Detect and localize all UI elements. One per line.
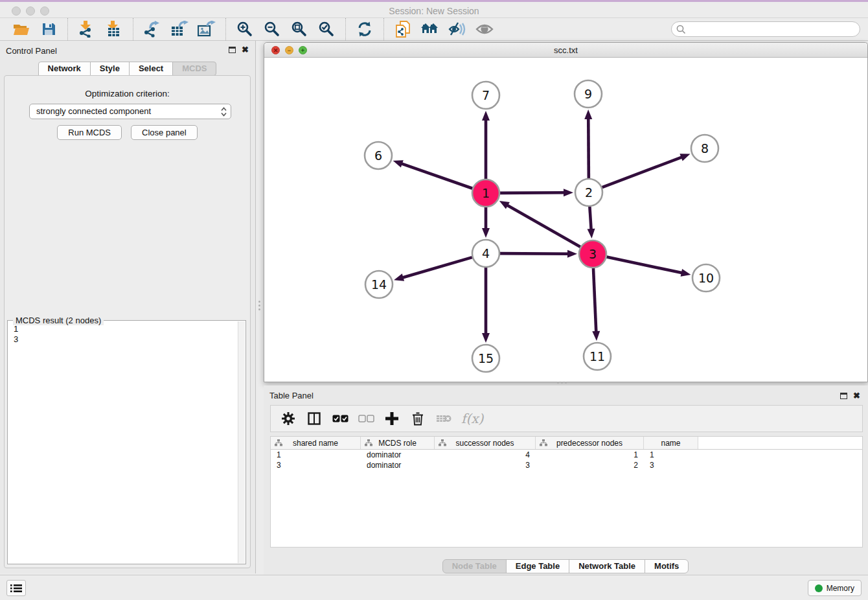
graph-node-2[interactable]: 2: [575, 179, 602, 206]
float-panel-icon[interactable]: [229, 47, 236, 53]
graph-node-11[interactable]: 11: [584, 343, 611, 370]
import-table-icon[interactable]: [104, 19, 124, 39]
column-chooser-icon[interactable]: [306, 410, 323, 427]
result-item[interactable]: 1: [14, 324, 237, 334]
table-row[interactable]: 1 dominator 4 1 1: [271, 450, 862, 460]
network-window-titlebar[interactable]: ✕ − + scc.txt: [264, 43, 867, 58]
hide-details-icon[interactable]: [448, 19, 467, 39]
float-panel-icon[interactable]: [840, 393, 847, 399]
network-window-title: scc.txt: [264, 45, 867, 55]
cell-mcds-role[interactable]: dominator: [361, 460, 435, 470]
svg-text:4: 4: [482, 246, 490, 260]
column-header-mcds-role[interactable]: MCDS role: [361, 437, 435, 449]
select-all-checkboxes-icon[interactable]: [332, 410, 348, 427]
close-panel-icon[interactable]: ✖: [242, 45, 249, 55]
graph-edge[interactable]: [482, 207, 490, 238]
function-builder-icon[interactable]: f(x): [461, 410, 483, 427]
zoom-fit-icon[interactable]: [290, 19, 309, 39]
network-canvas[interactable]: 7968123414101511: [264, 58, 867, 382]
graph-node-3[interactable]: 3: [579, 240, 606, 268]
tab-edge-table[interactable]: Edge Table: [506, 559, 569, 573]
search-input[interactable]: [671, 21, 860, 37]
column-header-predecessor-nodes[interactable]: predecessor nodes: [536, 437, 644, 449]
table-row[interactable]: 3 dominator 3 2 3: [271, 460, 862, 470]
task-history-button[interactable]: [6, 580, 26, 596]
tree-icon: [439, 439, 446, 446]
tab-style[interactable]: Style: [90, 62, 130, 76]
graph-node-1[interactable]: 1: [472, 179, 499, 207]
graph-edge[interactable]: [482, 111, 490, 179]
export-image-icon[interactable]: [197, 19, 216, 39]
graph-node-15[interactable]: 15: [472, 345, 499, 372]
vertical-splitter-handle[interactable]: [258, 299, 261, 311]
graph-edge[interactable]: [393, 160, 473, 189]
cell-successor-nodes[interactable]: 4: [435, 450, 536, 460]
memory-label: Memory: [827, 584, 854, 593]
graph-node-6[interactable]: 6: [365, 142, 392, 169]
export-table-icon[interactable]: [170, 19, 189, 39]
cell-shared-name[interactable]: 1: [271, 450, 361, 460]
tab-network[interactable]: Network: [38, 62, 91, 76]
open-session-icon[interactable]: [12, 19, 31, 39]
tab-mcds[interactable]: MCDS: [172, 62, 216, 76]
graph-edge[interactable]: [602, 154, 691, 187]
zoom-in-icon[interactable]: [235, 19, 255, 39]
home-icon[interactable]: [420, 19, 440, 39]
column-header-shared-name[interactable]: shared name: [271, 437, 361, 449]
node-table[interactable]: shared name MCDS role successor nodes pr…: [270, 436, 863, 548]
cell-name[interactable]: 3: [644, 460, 698, 470]
graph-edge[interactable]: [394, 257, 472, 281]
result-item[interactable]: 3: [14, 334, 237, 345]
tab-motifs[interactable]: Motifs: [645, 559, 689, 573]
graph-node-14[interactable]: 14: [365, 271, 393, 298]
graph-node-9[interactable]: 9: [575, 80, 602, 108]
close-panel-button[interactable]: Close panel: [131, 125, 198, 140]
delete-table-icon[interactable]: [435, 410, 452, 427]
zoom-selected-icon[interactable]: [317, 19, 336, 39]
tab-select[interactable]: Select: [129, 62, 173, 76]
criterion-select[interactable]: strongly connected component: [29, 104, 231, 119]
graph-edge[interactable]: [607, 257, 691, 277]
refresh-icon[interactable]: [355, 19, 374, 39]
graph-edge[interactable]: [588, 207, 595, 238]
close-panel-icon[interactable]: ✖: [853, 391, 860, 401]
zoom-out-icon[interactable]: [262, 19, 282, 39]
graph-edge[interactable]: [584, 110, 592, 178]
memory-button[interactable]: Memory: [808, 580, 862, 596]
mcds-tab-content: Optimization criterion: strongly connect…: [4, 75, 251, 568]
cell-successor-nodes[interactable]: 3: [435, 460, 536, 470]
column-header-successor-nodes[interactable]: successor nodes: [435, 437, 536, 449]
mcds-result-list[interactable]: 1 3: [8, 321, 237, 564]
cell-predecessor-nodes[interactable]: 2: [536, 460, 644, 470]
cell-name[interactable]: 1: [644, 450, 698, 460]
cell-predecessor-nodes[interactable]: 1: [536, 450, 644, 460]
delete-row-trash-icon[interactable]: [409, 410, 426, 427]
graph-edge[interactable]: [500, 189, 573, 196]
add-row-icon[interactable]: [383, 410, 400, 427]
clone-network-icon[interactable]: [393, 19, 413, 39]
run-mcds-button[interactable]: Run MCDS: [57, 125, 122, 140]
graph-edge[interactable]: [482, 268, 490, 343]
export-network-icon[interactable]: [143, 19, 162, 39]
cell-shared-name[interactable]: 3: [271, 460, 361, 470]
tab-network-table[interactable]: Network Table: [569, 559, 645, 573]
settings-gear-icon[interactable]: [280, 410, 297, 427]
graph-node-7[interactable]: 7: [472, 82, 499, 109]
tab-node-table[interactable]: Node Table: [442, 559, 507, 573]
graph-edge[interactable]: [499, 201, 580, 247]
result-scrollbar[interactable]: [238, 321, 245, 563]
graph-edge[interactable]: [500, 250, 577, 258]
graph-edge[interactable]: [592, 268, 600, 341]
graph-node-4[interactable]: 4: [472, 240, 499, 267]
show-details-icon[interactable]: [475, 19, 494, 39]
table-header-row: shared name MCDS role successor nodes pr…: [271, 437, 862, 450]
graph-node-8[interactable]: 8: [691, 135, 718, 162]
deselect-all-checkboxes-icon[interactable]: [358, 410, 374, 427]
cell-mcds-role[interactable]: dominator: [361, 450, 435, 460]
save-session-icon[interactable]: [39, 19, 58, 39]
graph-node-10[interactable]: 10: [692, 264, 720, 292]
horizontal-splitter-handle[interactable]: [556, 381, 567, 384]
import-network-icon[interactable]: [77, 19, 97, 39]
svg-text:6: 6: [374, 148, 382, 163]
column-header-name[interactable]: name: [644, 437, 698, 449]
